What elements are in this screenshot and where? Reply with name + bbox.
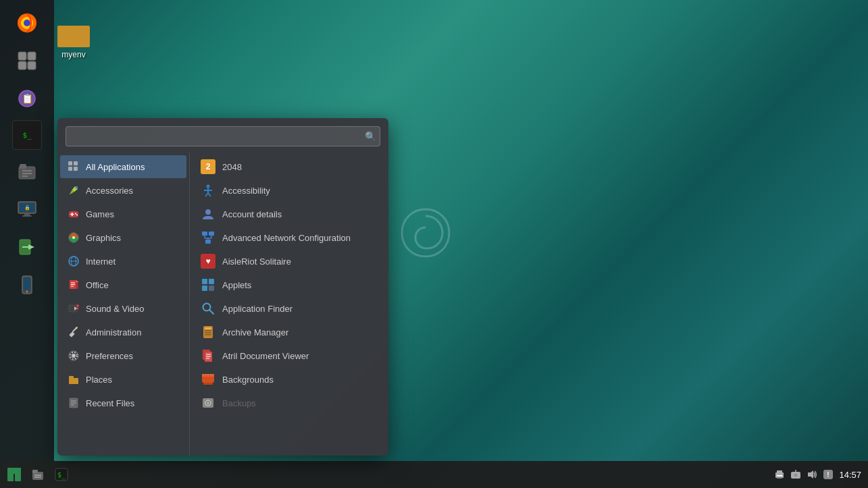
search-input[interactable] xyxy=(66,126,380,146)
terminal-label: $_ xyxy=(22,131,31,140)
search-bar: 🔍 xyxy=(57,118,388,152)
svg-rect-66 xyxy=(202,232,207,236)
svg-rect-81 xyxy=(205,330,211,331)
taskbar-time: 14:57 xyxy=(839,470,861,480)
category-games[interactable]: Games xyxy=(60,202,186,225)
search-icon[interactable]: 🔍 xyxy=(365,131,376,142)
category-office[interactable]: Office xyxy=(60,273,186,296)
category-recent-files[interactable]: Recent Files xyxy=(60,391,186,414)
desktop-icon-myenv[interactable]: myenv xyxy=(57,20,90,59)
app-accessibility[interactable]: Accessibility xyxy=(194,179,384,202)
svg-rect-80 xyxy=(205,327,211,329)
app-atril-icon xyxy=(201,348,215,363)
svg-marker-111 xyxy=(808,470,813,479)
taskbar-manjaro-btn[interactable] xyxy=(3,464,25,485)
sidebar-icon-terminal[interactable]: $_ xyxy=(12,120,42,150)
svg-rect-27 xyxy=(68,167,72,171)
svg-line-78 xyxy=(209,310,213,314)
debian-logo xyxy=(392,202,459,270)
svg-point-60 xyxy=(207,185,210,188)
app-account-details[interactable]: Account details xyxy=(194,202,384,225)
svg-rect-91 xyxy=(203,383,213,385)
taskbar-terminal-btn[interactable]: $_ xyxy=(51,464,72,485)
sidebar: 📋 $_ 🔒 xyxy=(0,0,54,461)
notification-icon: ! xyxy=(823,469,834,480)
sidebar-icon-mobile[interactable] xyxy=(11,269,43,301)
app-backups-icon xyxy=(201,396,215,410)
app-aisleriot[interactable]: ♥ AisleRiot Solitaire xyxy=(194,250,384,273)
category-sound-video[interactable]: Sound & Video xyxy=(60,297,186,320)
svg-rect-74 xyxy=(209,279,214,284)
category-graphics[interactable]: Graphics xyxy=(60,226,186,249)
app-archive-manager-icon xyxy=(201,325,215,340)
taskbar: $_ ! xyxy=(0,461,868,488)
app-archive-manager-label: Archive Manager xyxy=(222,327,288,337)
category-preferences[interactable]: Preferences xyxy=(60,344,186,367)
category-recent-files-label: Recent Files xyxy=(86,398,134,408)
app-archive-manager[interactable]: Archive Manager xyxy=(194,321,384,344)
svg-rect-76 xyxy=(209,286,214,291)
category-accessories[interactable]: Accessories xyxy=(60,179,186,202)
category-graphics-label: Graphics xyxy=(86,233,121,243)
places-icon xyxy=(67,373,80,386)
category-office-label: Office xyxy=(86,280,109,290)
sidebar-icon-files[interactable] xyxy=(11,155,43,188)
app-account-details-label: Account details xyxy=(222,209,282,219)
network-icon xyxy=(790,469,801,480)
app-accessibility-label: Accessibility xyxy=(222,186,270,196)
category-places[interactable]: Places xyxy=(60,368,186,391)
category-preferences-label: Preferences xyxy=(86,351,133,361)
svg-point-34 xyxy=(76,215,78,216)
app-aisleriot-icon: ♥ xyxy=(201,254,215,269)
app-backups-label: Backups xyxy=(222,398,256,408)
app-app-finder[interactable]: Application Finder xyxy=(194,297,384,320)
desktop: myenv xyxy=(0,0,868,488)
app-atril[interactable]: Atril Document Viewer xyxy=(194,344,384,367)
all-apps-icon xyxy=(67,160,80,173)
category-internet[interactable]: Internet xyxy=(60,250,186,273)
app-applets-icon xyxy=(201,277,215,292)
app-account-details-icon xyxy=(201,207,215,221)
svg-rect-32 xyxy=(70,214,74,215)
svg-point-36 xyxy=(72,236,75,239)
svg-rect-23 xyxy=(24,278,30,290)
app-2048[interactable]: 2 2048 xyxy=(194,155,384,178)
app-applets[interactable]: Applets xyxy=(194,273,384,296)
svg-rect-67 xyxy=(209,232,214,236)
app-backgrounds-icon xyxy=(201,372,215,387)
app-advanced-network-icon xyxy=(201,230,215,245)
svg-line-64 xyxy=(208,193,211,196)
sidebar-icon-firefox[interactable] xyxy=(11,7,43,39)
sidebar-icon-display[interactable]: 🔒 xyxy=(11,193,43,225)
svg-point-94 xyxy=(207,402,209,404)
sidebar-icon-settings[interactable] xyxy=(11,45,43,77)
volume-icon xyxy=(807,469,817,480)
category-all[interactable]: All Applications xyxy=(60,155,186,178)
svg-point-50 xyxy=(76,327,78,329)
svg-rect-19 xyxy=(22,215,32,217)
svg-rect-55 xyxy=(69,376,74,379)
category-administration[interactable]: Administration xyxy=(60,321,186,344)
sidebar-icon-clipman[interactable]: 📋 xyxy=(11,82,43,115)
svg-text:🔒: 🔒 xyxy=(24,205,30,211)
sidebar-icon-exit[interactable] xyxy=(11,231,43,263)
games-icon xyxy=(67,207,80,221)
app-backgrounds-label: Backgrounds xyxy=(222,375,274,385)
svg-point-33 xyxy=(75,213,76,215)
category-sound-video-label: Sound & Video xyxy=(86,304,145,314)
svg-point-47 xyxy=(77,308,79,310)
category-places-label: Places xyxy=(86,375,112,385)
svg-rect-4 xyxy=(28,52,36,60)
svg-rect-25 xyxy=(68,161,72,165)
svg-text:📋: 📋 xyxy=(22,93,34,105)
app-backups: Backups xyxy=(194,391,384,414)
app-advanced-network[interactable]: Advanced Network Configuration xyxy=(194,226,384,249)
taskbar-files-btn[interactable] xyxy=(27,464,49,485)
recent-files-icon xyxy=(67,396,80,410)
preferences-icon xyxy=(67,349,80,362)
app-backgrounds[interactable]: Backgrounds xyxy=(194,368,384,391)
svg-point-29 xyxy=(75,186,78,189)
app-atril-label: Atril Document Viewer xyxy=(222,351,309,361)
svg-rect-97 xyxy=(7,468,21,474)
svg-rect-75 xyxy=(202,286,207,291)
